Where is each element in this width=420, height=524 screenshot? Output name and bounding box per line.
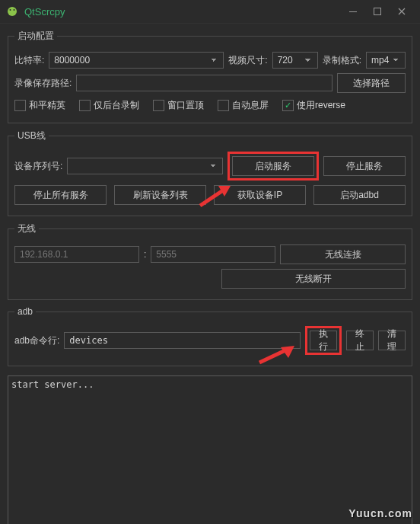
adb-cmd-label: adb命令行: [14, 334, 59, 347]
titlebar: QtScrcpy [0, 0, 420, 24]
minimize-button[interactable] [341, 1, 365, 22]
serial-label: 设备序列号: [14, 160, 62, 173]
recformat-select[interactable]: mp4 [366, 52, 406, 69]
ip-input[interactable] [14, 246, 139, 263]
start-adbd-button[interactable]: 启动adbd [313, 185, 406, 205]
watermark: Yuucn.com [348, 507, 412, 519]
maximize-button[interactable] [365, 1, 390, 22]
highlight-run: 执行 [305, 326, 342, 355]
adb-run-button[interactable]: 执行 [310, 331, 337, 350]
startup-group: 启动配置 比特率: 8000000 视频尺寸: 720 录制格式: mp4 录像… [8, 30, 412, 123]
startup-legend: 启动配置 [14, 30, 57, 43]
usb-group: USB线 设备序列号: 启动服务 停止服务 停止所有服务 刷新设备列表 获取设备… [8, 129, 412, 216]
refresh-devices-button[interactable]: 刷新设备列表 [114, 185, 206, 205]
start-service-button[interactable]: 启动服务 [232, 156, 314, 176]
log-output[interactable] [8, 375, 412, 524]
checkbox-icon [14, 100, 26, 111]
svg-rect-3 [349, 11, 357, 12]
wifi-connect-button[interactable]: 无线连接 [280, 244, 406, 264]
checkbox-icon [153, 100, 164, 111]
adb-group: adb adb命令行: 执行 终止 清理 [8, 306, 412, 366]
window-title: QtScrcpy [24, 6, 65, 18]
videosize-select[interactable]: 720 [272, 52, 318, 69]
adb-stop-button[interactable]: 终止 [346, 331, 374, 350]
bitrate-select[interactable]: 8000000 [49, 52, 224, 69]
wifi-group: 无线 : 无线连接 无线断开 [8, 222, 412, 300]
savepath-input[interactable] [76, 75, 332, 91]
get-ip-button[interactable]: 获取设备IP [214, 185, 306, 205]
stop-service-button[interactable]: 停止服务 [323, 156, 406, 176]
checkbox-icon [282, 100, 294, 111]
checkbox-icon [79, 100, 91, 111]
svg-point-2 [14, 9, 15, 11]
adb-clear-button[interactable]: 清理 [378, 331, 406, 350]
checkbox-icon [218, 100, 229, 111]
checkbox-hpjy[interactable]: 和平精英 [14, 99, 65, 112]
stop-all-button[interactable]: 停止所有服务 [14, 185, 107, 205]
videosize-label: 视频尺寸: [228, 54, 267, 67]
checkbox-ontop[interactable]: 窗口置顶 [153, 99, 204, 112]
wifi-legend: 无线 [14, 222, 39, 235]
checkbox-bgonly[interactable]: 仅后台录制 [79, 99, 139, 112]
checkbox-reverse[interactable]: 使用reverse [282, 99, 345, 112]
app-icon [6, 5, 18, 18]
adb-cmd-input[interactable] [64, 332, 301, 349]
choose-path-button[interactable]: 选择路径 [337, 73, 406, 93]
highlight-start-service: 启动服务 [228, 152, 319, 181]
close-button[interactable] [390, 1, 414, 22]
adb-legend: adb [14, 306, 36, 317]
checkbox-autosleep[interactable]: 自动息屏 [218, 99, 269, 112]
bitrate-label: 比特率: [14, 54, 44, 67]
svg-rect-4 [374, 8, 381, 15]
recformat-label: 录制格式: [323, 54, 361, 67]
wifi-disconnect-button[interactable]: 无线断开 [221, 269, 406, 289]
svg-point-0 [8, 7, 17, 16]
savepath-label: 录像保存路径: [14, 77, 72, 90]
svg-point-1 [10, 9, 11, 11]
serial-select[interactable] [67, 158, 223, 174]
port-input[interactable] [151, 246, 275, 263]
usb-legend: USB线 [14, 129, 49, 142]
